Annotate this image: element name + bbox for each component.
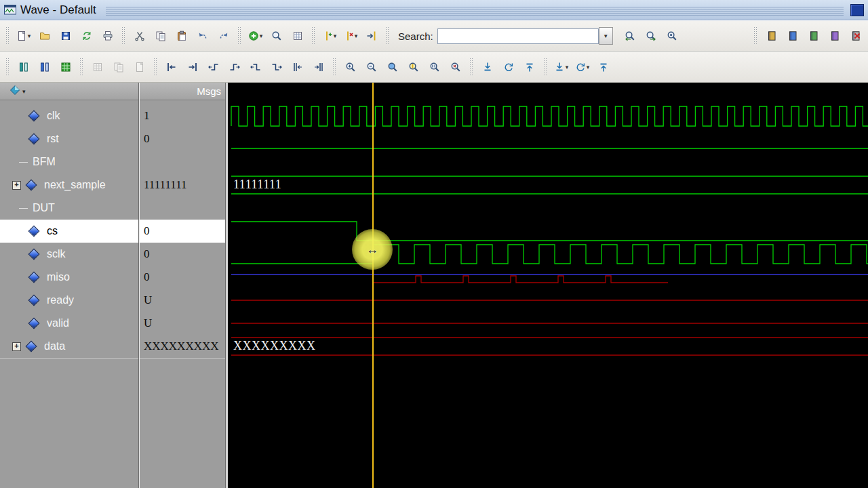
wave-trace-clk [231, 106, 868, 126]
previous-cursor-icon [598, 62, 609, 73]
signal-row-rst[interactable]: rst [0, 127, 138, 150]
signal-row-miso[interactable]: miso [0, 266, 138, 289]
zoom-full-button[interactable] [382, 58, 403, 77]
signal-row-next_sample[interactable]: +next_sample [0, 174, 138, 197]
next-transition-button[interactable] [182, 58, 203, 77]
toolbar-grip[interactable] [311, 26, 315, 45]
goto-cursor-button[interactable] [361, 26, 382, 46]
expression-builder-button[interactable] [824, 26, 845, 46]
toolbar-grip[interactable] [5, 26, 9, 45]
signal-row-data[interactable]: +data [0, 335, 138, 358]
next-rising-edge-button[interactable] [224, 58, 245, 77]
signal-values-pane: Msgs 1011111111000UUXXXXXXXXX [139, 83, 226, 488]
toolbar-grip[interactable] [237, 26, 241, 45]
reload-button[interactable] [76, 26, 97, 46]
signal-value-ready: U [140, 289, 225, 312]
next-cursor-button[interactable]: ▾ [551, 58, 572, 77]
toolbar-grip[interactable] [385, 26, 389, 45]
main-toolbar: ▾▾▾▾Search:▼ [0, 20, 868, 52]
delete-window-button[interactable] [845, 26, 866, 46]
signal-row-BFM[interactable]: BFM [0, 150, 138, 174]
compare-icon [808, 30, 819, 41]
toolbar-grip[interactable] [543, 58, 547, 77]
zoom-out-button[interactable] [361, 58, 382, 77]
expand-icon[interactable]: + [12, 181, 21, 190]
compare-button[interactable] [803, 26, 824, 46]
bookmark-button[interactable] [782, 26, 803, 46]
new-file-button[interactable]: ▾ [13, 26, 34, 46]
cut-button[interactable] [129, 26, 150, 46]
search-forward-button[interactable] [641, 26, 662, 46]
wave-main-area: ▾ clkrstBFM+next_sampleDUTcssclkmisoread… [0, 83, 868, 488]
find-button[interactable] [266, 26, 287, 46]
combine-signals-button[interactable] [108, 58, 129, 77]
cursor-step-button[interactable]: ▾ [572, 58, 593, 77]
wave-trace-cs [231, 222, 868, 241]
insert-cursor-button[interactable]: ▾ [319, 26, 340, 46]
next-falling-edge-button[interactable] [266, 58, 287, 77]
bookmark-icon [787, 30, 798, 41]
scroll-to-cursor-button[interactable] [477, 58, 498, 77]
value-list: 1011111111000UUXXXXXXXXX [140, 100, 225, 359]
toolbar-grip[interactable] [332, 58, 336, 77]
toolbar-grip[interactable] [153, 58, 157, 77]
signal-row-valid[interactable]: valid [0, 312, 138, 335]
search-input[interactable] [437, 28, 599, 44]
save-format-button[interactable] [761, 26, 782, 46]
previous-rising-edge-button[interactable] [203, 58, 224, 77]
zoom-in-button[interactable] [340, 58, 361, 77]
delete-cursor-button[interactable]: ▾ [340, 26, 361, 46]
toolbar-grip[interactable] [753, 26, 757, 45]
previous-cursor-button[interactable] [593, 58, 614, 77]
search-reverse-button[interactable] [620, 26, 641, 46]
copy-button[interactable] [150, 26, 171, 46]
toolbar-grip[interactable] [469, 58, 473, 77]
paste-button[interactable] [171, 26, 192, 46]
open-file-button[interactable] [34, 26, 55, 46]
toolbar-grip[interactable] [121, 26, 125, 45]
virtual-signal-button[interactable] [87, 58, 108, 77]
signal-diamond-icon [28, 272, 40, 283]
print-button[interactable] [97, 26, 118, 46]
first-edge-button[interactable] [287, 58, 308, 77]
pane-menu-icon[interactable] [9, 85, 20, 98]
signal-row-ready[interactable]: ready [0, 289, 138, 312]
signal-row-clk[interactable]: clk [0, 104, 138, 127]
zoom-session-button[interactable] [445, 58, 466, 77]
wave-trace-sclk [231, 245, 868, 264]
search-options-button[interactable] [662, 26, 683, 46]
signal-row-sclk[interactable]: sclk [0, 243, 138, 266]
signal-row-cs[interactable]: cs [0, 220, 138, 243]
save-icon [60, 30, 71, 41]
group-signals-button[interactable] [129, 58, 150, 77]
show-pane-button[interactable] [287, 26, 308, 46]
undo-button[interactable] [192, 26, 213, 46]
save-button[interactable] [55, 26, 76, 46]
toolbar-grip[interactable] [79, 58, 83, 77]
search-dropdown-button[interactable]: ▼ [599, 27, 613, 45]
zoom-range-button[interactable] [424, 58, 445, 77]
previous-rising-edge-icon [208, 62, 219, 73]
previous-transition-button[interactable] [161, 58, 182, 77]
pan-mode-button[interactable] [55, 58, 76, 77]
expand-icon[interactable]: + [12, 342, 21, 351]
waveform-pane[interactable]: 11111111 XXXXXXXXX ↔ [228, 83, 868, 488]
tree-branch-icon [19, 208, 28, 209]
zoom-cursor-button[interactable] [403, 58, 424, 77]
zoom-mode-button[interactable] [34, 58, 55, 77]
restore-view-button[interactable] [498, 58, 519, 77]
select-mode-button[interactable] [13, 58, 34, 77]
print-icon [102, 30, 113, 41]
search-forward-icon [646, 30, 656, 41]
dock-button[interactable] [850, 4, 864, 16]
scroll-to-top-button[interactable] [519, 58, 540, 77]
toolbar-grip[interactable] [5, 58, 9, 77]
add-wave-button[interactable]: ▾ [245, 26, 266, 46]
redo-button[interactable] [213, 26, 234, 46]
last-edge-button[interactable] [308, 58, 329, 77]
signal-name: data [44, 340, 65, 352]
time-cursor[interactable] [372, 83, 374, 488]
signal-diamond-icon [28, 318, 40, 329]
signal-row-DUT[interactable]: DUT [0, 197, 138, 220]
previous-falling-edge-button[interactable] [245, 58, 266, 77]
